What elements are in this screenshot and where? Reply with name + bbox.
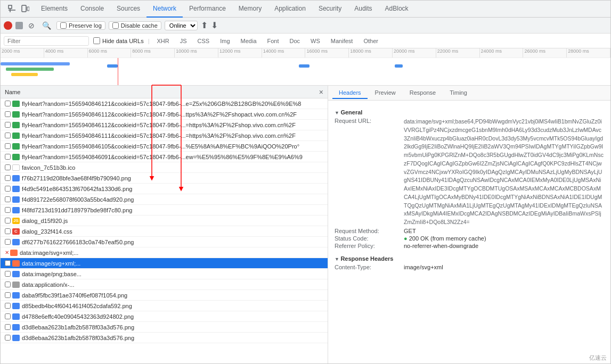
- item-checkbox[interactable]: [5, 133, 11, 138]
- filter-js[interactable]: JS: [177, 37, 190, 45]
- item-checkbox[interactable]: [5, 271, 11, 277]
- request-item[interactable]: flyHeart?random=1565940846091&cookieid=5…: [1, 152, 328, 162]
- item-checkbox[interactable]: [5, 282, 11, 287]
- stop-button[interactable]: [15, 22, 23, 29]
- item-checkbox[interactable]: [5, 186, 11, 192]
- filter-icon[interactable]: ⊘: [26, 20, 37, 31]
- tab-application[interactable]: Application: [268, 1, 312, 18]
- tab-security[interactable]: Security: [312, 1, 348, 18]
- item-checkbox[interactable]: [5, 196, 11, 202]
- request-item-icon: JS: [12, 218, 20, 224]
- import-icon[interactable]: ⬆: [201, 20, 208, 30]
- filter-font[interactable]: Font: [264, 37, 282, 45]
- request-item-icon: [10, 250, 18, 256]
- request-item[interactable]: Cdialog_232f414.css: [1, 226, 328, 237]
- item-checkbox[interactable]: [5, 175, 11, 181]
- filter-doc[interactable]: Doc: [287, 37, 304, 45]
- request-item-icon: [12, 292, 20, 299]
- item-checkbox[interactable]: [5, 164, 11, 170]
- tab-performance[interactable]: Performance: [183, 1, 232, 18]
- request-item[interactable]: data:image/png;base...: [1, 269, 328, 279]
- list-header: Name ×: [1, 86, 328, 98]
- tick-3: 6000 ms: [88, 48, 132, 57]
- request-item[interactable]: d3d8ebaa2623b1afb2b5878f03a3d576.png: [1, 333, 328, 343]
- detail-tab-headers[interactable]: Headers: [332, 87, 368, 99]
- tab-console[interactable]: Console: [74, 1, 110, 18]
- hide-data-urls-checkbox[interactable]: [93, 37, 100, 44]
- network-toolbar: ⊘ 🔍 Preserve log Disable cache Online ⬆ …: [1, 18, 610, 34]
- item-checkbox[interactable]: [5, 122, 11, 128]
- item-checkbox[interactable]: [5, 143, 11, 149]
- item-checkbox[interactable]: [5, 239, 11, 245]
- hide-data-urls-label[interactable]: Hide data URLs: [93, 37, 144, 44]
- request-item[interactable]: d85bedb4bc4f6041461f4052cdafa592.png: [1, 301, 328, 311]
- tab-network[interactable]: Network: [146, 1, 183, 18]
- item-checkbox[interactable]: [5, 335, 11, 341]
- record-button[interactable]: [4, 21, 12, 30]
- request-item[interactable]: f76b27119d208bfe3ae68f4f9b790940.png: [1, 173, 328, 184]
- item-checkbox[interactable]: [5, 111, 11, 117]
- response-headers-section-header[interactable]: Response Headers: [335, 255, 604, 262]
- request-item[interactable]: ✕data:image/svg+xml;...: [1, 247, 328, 258]
- filter-media[interactable]: Media: [238, 37, 260, 45]
- logo: 亿速云: [589, 354, 607, 362]
- tick-1: 2000 ms: [1, 48, 44, 57]
- item-checkbox[interactable]: [5, 218, 11, 224]
- request-item[interactable]: f4d9c5491e8643513f670642fa1330d6.png: [1, 184, 328, 194]
- disable-cache-label[interactable]: Disable cache: [109, 21, 161, 30]
- request-item[interactable]: flyHeart?random=1565940846112&cookieid=5…: [1, 120, 328, 130]
- request-item[interactable]: f4d891722e568078f6003a55bc4ad920.png: [1, 194, 328, 205]
- request-item[interactable]: favicon_7c51b3b.ico: [1, 162, 328, 173]
- request-item[interactable]: d4788e6effc40e09045432363d924802.png: [1, 311, 328, 322]
- item-checkbox[interactable]: [5, 260, 11, 266]
- request-item[interactable]: df6277b7616227666183c0a74b7eaf50.png: [1, 237, 328, 247]
- item-checkbox[interactable]: [5, 228, 11, 234]
- request-item[interactable]: JSdialog_d15f920.js: [1, 216, 328, 226]
- request-item[interactable]: f48fd7213d191dd7189797bde98f7c80.png: [1, 205, 328, 216]
- filter-img[interactable]: Img: [217, 37, 233, 45]
- item-checkbox[interactable]: [5, 154, 11, 160]
- search-icon[interactable]: 🔍: [40, 20, 53, 31]
- tab-audits[interactable]: Audits: [348, 1, 378, 18]
- inspect-icon[interactable]: [7, 4, 18, 14]
- filter-xhr[interactable]: XHR: [154, 37, 173, 45]
- item-checkbox[interactable]: [5, 101, 11, 106]
- preserve-log-label[interactable]: Preserve log: [56, 21, 105, 30]
- close-panel-button[interactable]: ×: [319, 88, 323, 96]
- filter-manifest[interactable]: Manifest: [328, 37, 356, 45]
- item-checkbox[interactable]: [5, 207, 11, 213]
- filter-css[interactable]: CSS: [194, 37, 213, 45]
- tab-adblock[interactable]: AdBlock: [379, 1, 415, 18]
- throttle-select[interactable]: Online: [165, 21, 198, 30]
- request-item[interactable]: daba9f5fbc39f1ae3740f6ef087f1054.png: [1, 290, 328, 301]
- tab-memory[interactable]: Memory: [232, 1, 268, 18]
- request-item[interactable]: flyHeart?random=1565940846105&cookieid=5…: [1, 141, 328, 152]
- detail-tab-timing[interactable]: Timing: [443, 87, 474, 99]
- item-checkbox[interactable]: [5, 324, 11, 330]
- request-item[interactable]: data:application/x-...: [1, 279, 328, 290]
- general-section-header[interactable]: General: [335, 109, 604, 115]
- request-item-name: data:image/png;base...: [22, 271, 323, 277]
- request-item[interactable]: flyHeart?random=1565940846121&cookieid=5…: [1, 98, 328, 109]
- disable-cache-checkbox[interactable]: [112, 22, 119, 29]
- request-item[interactable]: flyHeart?random=1565940846112&cookieid=5…: [1, 109, 328, 120]
- device-icon[interactable]: [20, 4, 30, 14]
- detail-tab-preview[interactable]: Preview: [369, 87, 402, 99]
- item-checkbox[interactable]: [5, 292, 11, 298]
- tab-sources[interactable]: Sources: [110, 1, 146, 18]
- request-item[interactable]: d3d8ebaa2623b1afb2b5878f03a3d576.png: [1, 322, 328, 333]
- filter-ws[interactable]: WS: [307, 37, 323, 45]
- tick-9: 18000 ms: [349, 48, 393, 57]
- request-item-name: f4d891722e568078f6003a55bc4ad920.png: [22, 196, 323, 203]
- request-item[interactable]: data:image/svg+xml;...: [1, 258, 328, 269]
- request-item[interactable]: flyHeart?random=1565940846111&cookieid=5…: [1, 130, 328, 141]
- filter-other[interactable]: Other: [360, 37, 381, 45]
- filter-input[interactable]: [4, 36, 89, 46]
- item-checkbox[interactable]: [5, 313, 11, 319]
- export-icon[interactable]: ⬇: [211, 20, 218, 30]
- tab-elements[interactable]: Elements: [35, 1, 74, 18]
- item-checkbox[interactable]: [5, 303, 11, 309]
- preserve-log-checkbox[interactable]: [60, 22, 67, 29]
- detail-tab-response[interactable]: Response: [403, 87, 443, 99]
- request-item-name: favicon_7c51b3b.ico: [22, 164, 323, 171]
